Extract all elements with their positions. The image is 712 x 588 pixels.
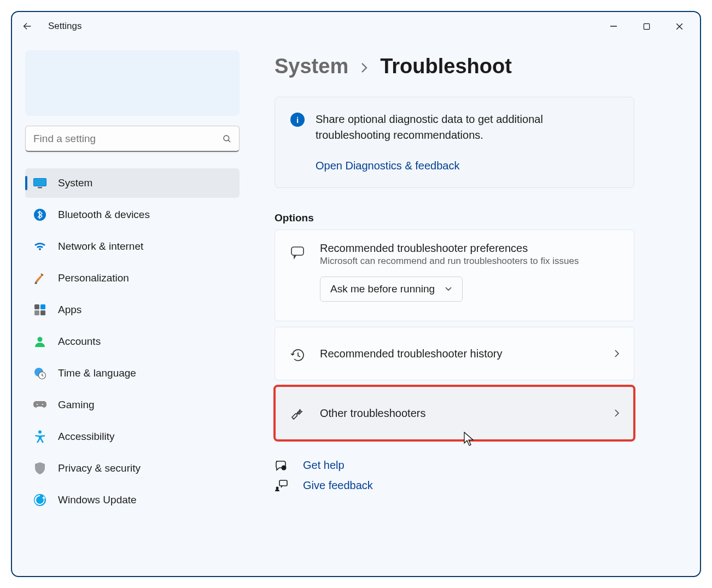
close-button[interactable] (663, 15, 696, 37)
get-help-link[interactable]: ? Get help (275, 459, 634, 472)
user-account-card[interactable] (25, 50, 240, 116)
wrench-icon (289, 407, 306, 422)
svg-rect-11 (40, 304, 45, 309)
svg-point-14 (38, 337, 43, 342)
svg-point-18 (42, 404, 44, 405)
chat-bubble-icon (289, 245, 306, 260)
sidebar-item-label: Personalization (58, 272, 129, 284)
sidebar-item-label: Apps (58, 304, 81, 316)
sidebar-item-label: Gaming (58, 399, 95, 411)
globe-clock-icon (33, 366, 47, 380)
help-icon: ? (275, 460, 288, 472)
card-title: Other troubleshooters (320, 407, 600, 420)
open-diagnostics-link[interactable]: Open Diagnostics & feedback (316, 160, 618, 172)
sidebar-item-label: Time & language (58, 367, 136, 379)
back-button[interactable] (16, 20, 38, 32)
sidebar-item-accessibility[interactable]: Accessibility (25, 422, 240, 451)
window-title: Settings (48, 21, 81, 32)
monitor-icon (33, 176, 47, 190)
minimize-button[interactable] (597, 15, 630, 37)
sidebar-item-label: Network & internet (58, 240, 143, 252)
svg-rect-8 (38, 187, 42, 189)
footer-links: ? Get help Give feedback (275, 459, 634, 492)
settings-window: Settings (11, 11, 701, 577)
troubleshooter-prefs-card: Recommended troubleshooter preferences M… (275, 230, 634, 321)
sidebar-item-label: Bluetooth & devices (58, 209, 150, 221)
sidebar-item-label: Accounts (58, 336, 101, 348)
svg-point-4 (224, 136, 229, 141)
sidebar-item-apps[interactable]: Apps (25, 295, 240, 325)
gamepad-icon (33, 398, 47, 412)
chevron-down-icon (445, 286, 452, 292)
sidebar: System Bluetooth & devices Network & int… (12, 40, 253, 576)
sidebar-item-label: Accessibility (58, 431, 114, 443)
paintbrush-icon (33, 271, 47, 285)
info-icon: i (290, 113, 305, 127)
main-content: System Troubleshoot i Share optional dia… (253, 40, 700, 576)
svg-rect-13 (40, 310, 45, 315)
svg-point-19 (38, 431, 42, 434)
sidebar-item-label: Windows Update (58, 494, 137, 506)
troubleshooter-history-card[interactable]: Recommended troubleshooter history (275, 327, 634, 380)
accessibility-icon (33, 430, 47, 444)
nav-list: System Bluetooth & devices Network & int… (25, 168, 240, 517)
sidebar-item-personalization[interactable]: Personalization (25, 263, 240, 293)
svg-point-25 (276, 486, 279, 489)
give-feedback-link[interactable]: Give feedback (275, 479, 634, 492)
breadcrumb-parent[interactable]: System (275, 55, 348, 78)
sidebar-item-system[interactable]: System (25, 168, 240, 198)
options-heading: Options (275, 212, 634, 224)
link-label: Give feedback (303, 479, 373, 492)
window-controls (597, 15, 696, 37)
history-icon (289, 348, 306, 363)
shield-icon (33, 461, 47, 475)
banner-message: Share optional diagnostic data to get ad… (316, 111, 618, 143)
svg-rect-12 (34, 310, 39, 315)
card-title: Recommended troubleshooter history (320, 348, 600, 360)
search-box[interactable] (25, 126, 240, 152)
svg-line-5 (228, 140, 230, 142)
card-title: Recommended troubleshooter preferences (320, 242, 620, 255)
wifi-icon (33, 239, 47, 254)
maximize-button[interactable] (630, 15, 663, 37)
sidebar-item-label: Privacy & security (58, 462, 141, 474)
close-icon (675, 22, 684, 31)
svg-point-9 (34, 209, 46, 221)
breadcrumb: System Troubleshoot (275, 55, 634, 78)
prefs-dropdown[interactable]: Ask me before running (320, 277, 463, 302)
titlebar: Settings (12, 12, 700, 40)
breadcrumb-current: Troubleshoot (380, 55, 512, 78)
chevron-right-icon (614, 349, 620, 358)
svg-rect-7 (34, 179, 46, 186)
svg-point-17 (37, 404, 38, 405)
sidebar-item-gaming[interactable]: Gaming (25, 390, 240, 420)
sidebar-item-network[interactable]: Network & internet (25, 232, 240, 261)
sidebar-item-bluetooth[interactable]: Bluetooth & devices (25, 200, 240, 230)
feedback-icon (275, 480, 288, 492)
minimize-icon (610, 22, 617, 30)
sidebar-item-time-language[interactable]: Time & language (25, 358, 240, 388)
search-icon (215, 134, 239, 144)
link-label: Get help (303, 459, 345, 472)
update-icon (33, 493, 47, 507)
search-input[interactable] (26, 133, 215, 145)
sidebar-item-update[interactable]: Windows Update (25, 485, 240, 515)
apps-icon (33, 303, 47, 317)
sidebar-item-privacy[interactable]: Privacy & security (25, 454, 240, 483)
sidebar-item-label: System (58, 177, 92, 189)
arrow-left-icon (21, 20, 33, 32)
bluetooth-icon (33, 208, 47, 222)
chevron-right-icon (360, 62, 368, 73)
other-troubleshooters-card[interactable]: Other troubleshooters (275, 386, 634, 440)
maximize-icon (643, 23, 650, 30)
svg-rect-24 (279, 480, 287, 486)
chevron-right-icon (614, 409, 620, 418)
diagnostics-banner: i Share optional diagnostic data to get … (275, 97, 634, 188)
svg-rect-21 (291, 247, 304, 255)
sidebar-item-accounts[interactable]: Accounts (25, 327, 240, 356)
dropdown-value: Ask me before running (330, 283, 435, 295)
person-icon (33, 334, 47, 349)
card-subtitle: Microsoft can recommend and run troubles… (320, 256, 620, 267)
svg-rect-1 (644, 23, 649, 29)
svg-rect-10 (34, 304, 39, 309)
